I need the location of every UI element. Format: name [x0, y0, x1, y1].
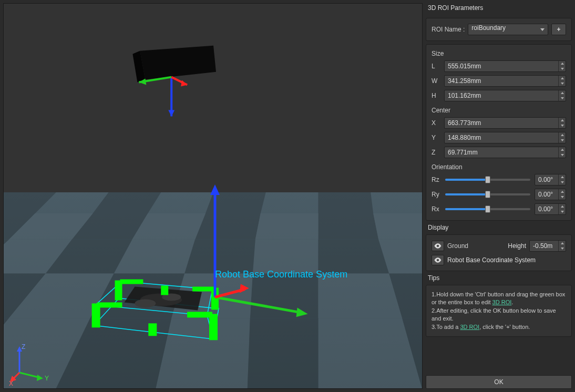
size-label: Size — [432, 50, 566, 57]
sidebar: 3D ROI Parameters ROI Name : roiBoundary… — [423, 0, 575, 392]
size-l-label: L — [432, 63, 441, 70]
robot-base-label: Robot Base Coordinate System — [447, 256, 536, 264]
add-roi-button[interactable]: + — [551, 24, 566, 35]
corner-axis-x: X — [9, 380, 13, 387]
svg-marker-32 — [248, 318, 319, 388]
spin-down-icon[interactable] — [559, 66, 566, 71]
center-z-label: Z — [432, 149, 441, 156]
eye-icon — [434, 243, 441, 249]
rz-label: Rz — [432, 176, 441, 183]
svg-rect-57 — [120, 280, 143, 284]
orientation-label: Orientation — [432, 163, 566, 171]
svg-marker-34 — [140, 46, 216, 80]
geometry-panel: Size L 555.015mm W 341.258mm H 101.162mm… — [426, 44, 572, 221]
panel-title: 3D ROI Parameters — [426, 3, 572, 15]
eye-icon — [434, 257, 441, 263]
size-w-input[interactable]: 341.258mm — [444, 75, 566, 87]
svg-marker-10 — [255, 213, 319, 240]
ry-input[interactable]: 0.00° — [535, 189, 566, 200]
center-x-label: X — [432, 119, 441, 127]
rx-label: Rx — [432, 205, 441, 213]
svg-rect-59 — [192, 287, 214, 292]
viewport-3d[interactable]: Robot Base Coordinate System Z Y X — [3, 3, 423, 389]
rx-input[interactable]: 0.00° — [535, 203, 566, 215]
tips-link-3droi-2[interactable]: 3D ROI — [460, 324, 479, 330]
center-x-input[interactable]: 663.773mm — [444, 117, 566, 129]
svg-marker-37 — [168, 110, 174, 116]
roi-name-label: ROI Name : — [432, 26, 465, 33]
svg-marker-63 — [210, 184, 220, 195]
svg-point-50 — [135, 299, 156, 307]
svg-marker-18 — [184, 240, 255, 274]
rx-slider[interactable] — [445, 205, 530, 213]
rz-input[interactable]: 0.00° — [535, 174, 566, 185]
toggle-robot-base-visibility[interactable] — [432, 255, 444, 265]
display-label: Display — [426, 224, 572, 234]
spin-up-icon[interactable] — [559, 61, 566, 66]
svg-rect-58 — [187, 312, 212, 317]
size-w-label: W — [432, 77, 441, 85]
size-h-label: H — [432, 92, 441, 99]
svg-marker-7 — [318, 213, 378, 240]
svg-marker-22 — [250, 274, 319, 318]
plus-icon: + — [557, 26, 560, 33]
svg-marker-71 — [37, 375, 43, 381]
svg-marker-3 — [318, 192, 373, 213]
svg-marker-6 — [195, 213, 261, 240]
center-y-label: Y — [432, 134, 441, 141]
corner-axis-y: Y — [45, 375, 49, 382]
scene[interactable]: Robot Base Coordinate System Z Y X — [4, 4, 422, 388]
tips-link-3droi-1[interactable]: 3D ROI — [492, 299, 512, 305]
ground-height-input[interactable]: -0.50m — [529, 240, 566, 252]
size-h-input[interactable]: 101.162mm — [444, 90, 566, 101]
ry-label: Ry — [432, 191, 441, 198]
toggle-ground-visibility[interactable] — [432, 241, 444, 251]
roi-name-value: roiBoundary — [471, 24, 506, 32]
size-l-input[interactable]: 555.015mm — [444, 60, 566, 72]
rz-slider[interactable] — [445, 176, 530, 184]
tips-section: Tips 1.Hold down the 'Ctrl' button and d… — [426, 274, 572, 337]
sensor-axes — [139, 77, 187, 117]
sensor-object — [132, 46, 216, 82]
overlay-label-robot-base: Robot Base Coordinate System — [215, 269, 347, 280]
svg-marker-26 — [318, 274, 402, 318]
center-z-input[interactable]: 69.771mm — [444, 147, 566, 158]
display-section: Display Ground Height -0.50m Robot Base … — [426, 224, 572, 271]
tips-label: Tips — [426, 274, 572, 285]
svg-marker-28 — [156, 318, 250, 388]
ry-slider[interactable] — [445, 190, 530, 199]
svg-marker-11 — [373, 213, 422, 240]
ok-button[interactable]: OK — [426, 375, 572, 389]
svg-rect-61 — [161, 286, 168, 295]
svg-marker-14 — [253, 240, 319, 274]
center-y-input[interactable]: 148.880mm — [444, 132, 566, 143]
svg-rect-56 — [97, 302, 122, 307]
center-label: Center — [432, 107, 566, 114]
tips-text: 1.Hold down the 'Ctrl' button and drag t… — [432, 291, 566, 331]
svg-marker-19 — [318, 240, 389, 274]
svg-rect-54 — [209, 314, 218, 340]
svg-rect-60 — [148, 323, 157, 336]
ground-label: Ground — [447, 242, 482, 250]
roi-name-select[interactable]: roiBoundary — [468, 24, 548, 35]
corner-axis-z: Z — [22, 343, 25, 350]
scene-svg — [4, 4, 422, 388]
height-label: Height — [508, 242, 526, 250]
roi-name-panel: ROI Name : roiBoundary + — [426, 18, 572, 41]
